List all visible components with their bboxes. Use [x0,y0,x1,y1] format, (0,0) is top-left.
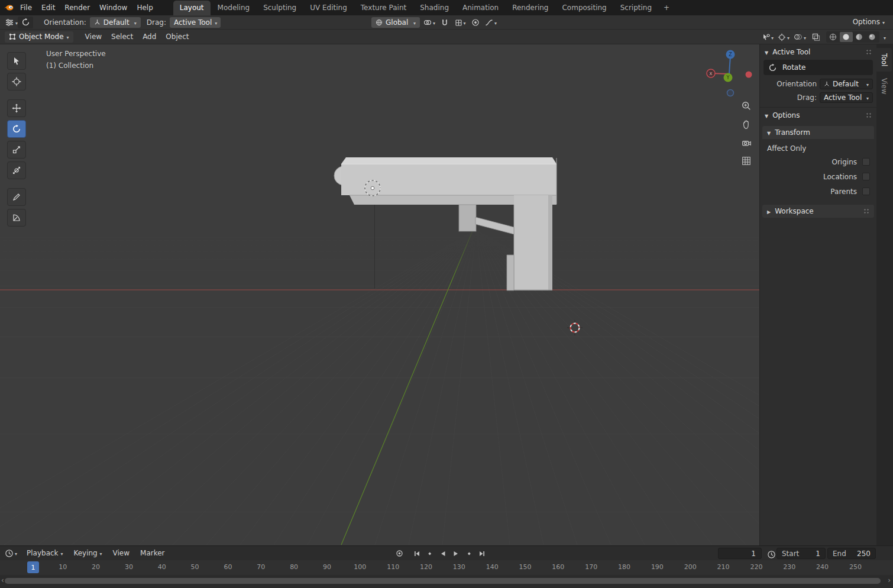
tool-measure[interactable] [7,209,26,227]
transform-orientation-value: Global [386,18,408,27]
timeline-menu-marker[interactable]: Marker [135,547,169,559]
xray-toggle[interactable] [810,31,822,43]
use-preview-range-icon[interactable] [765,548,777,560]
viewport-menu-object[interactable]: Object [161,31,193,43]
scroll-left-icon[interactable] [1,576,4,584]
tab-scripting[interactable]: Scripting [614,1,658,15]
timeline-menu-view[interactable]: View [108,547,134,559]
navigation-gizmo[interactable]: Z X Y [704,49,755,99]
toggle-ortho-button[interactable] [740,154,753,167]
transform-subpanel-header[interactable]: Transform [762,126,874,139]
proportional-editing-icon[interactable] [470,17,481,28]
gizmos-dropdown[interactable] [778,31,790,43]
sidebar-tab-view[interactable]: View [876,73,892,99]
next-keyframe-button[interactable] [463,548,474,559]
camera-view-button[interactable] [740,136,753,149]
orientation-dropdown[interactable]: Default [90,17,141,28]
jump-to-end-button[interactable] [476,548,487,559]
snap-with-dropdown[interactable] [454,17,466,28]
pan-button[interactable] [740,118,753,131]
transform-orientation-dropdown[interactable]: Global [371,17,420,28]
tool-scale[interactable] [7,141,26,159]
pivot-point-dropdown[interactable] [423,17,435,28]
tab-shading[interactable]: Shading [413,1,455,15]
tool-annotate[interactable] [7,188,26,206]
shading-chevron-icon[interactable] [884,34,886,41]
tab-rendering[interactable]: Rendering [506,1,555,15]
gizmo-x-neg-ball[interactable] [746,72,752,78]
parents-checkbox[interactable] [862,188,870,195]
viewport-header: Object Mode View Select Add Object [0,30,893,44]
menu-render[interactable]: Render [60,2,95,14]
tool-select-box[interactable] [7,52,26,70]
viewport-menu-add[interactable]: Add [138,31,161,43]
prev-keyframe-button[interactable] [424,548,435,559]
menu-edit[interactable]: Edit [37,2,60,14]
jump-to-start-button[interactable] [411,548,422,559]
current-frame-marker[interactable]: 1 [27,561,39,573]
horizontal-scrollbar[interactable] [5,578,881,584]
tool-settings-icon[interactable] [5,17,18,28]
sidebar-drag-dropdown[interactable]: Active Tool [820,92,873,103]
zoom-button[interactable] [740,99,753,112]
active-tool-display[interactable]: Rotate [763,60,873,75]
tab-texture-paint[interactable]: Texture Paint [354,1,413,15]
tool-cursor[interactable] [7,73,26,91]
current-frame-field[interactable]: 1 [718,548,762,559]
drag-dropdown[interactable]: Active Tool [170,17,221,28]
menu-window[interactable]: Window [95,2,132,14]
menu-help[interactable]: Help [132,2,157,14]
scroll-right-icon[interactable] [888,576,891,584]
falloff-dropdown[interactable] [485,17,497,28]
play-reverse-button[interactable] [437,548,448,559]
blender-logo-icon[interactable] [4,2,15,14]
sidebar-tab-tool[interactable]: Tool [876,48,892,72]
tab-layout[interactable]: Layout [173,1,211,15]
snap-toggle-magnet-icon[interactable] [439,17,451,28]
locations-checkbox[interactable] [862,173,870,180]
drag-label: Drag: [147,18,166,27]
ruler-tick: 10 [59,563,67,571]
menu-file[interactable]: File [15,2,37,14]
options-panel-header[interactable]: Options [760,107,876,122]
origins-checkbox[interactable] [862,158,870,166]
timeline-ruler[interactable]: 1020304050607080901001101201301401501601… [0,560,893,575]
sidebar-orientation-dropdown[interactable]: Default [820,79,873,89]
tool-move[interactable] [7,99,26,117]
gizmo-z-neg-ball[interactable] [727,90,734,96]
panel-grip-icon[interactable] [866,112,872,119]
active-tool-panel-header[interactable]: Active Tool [760,44,876,59]
panel-grip-icon[interactable] [866,49,872,56]
shading-rendered-button[interactable] [866,32,879,42]
active-tool-rotate-icon[interactable] [18,17,33,28]
timeline-menu-playback[interactable]: Playback [22,547,67,559]
play-button[interactable] [450,548,461,559]
auto-keying-button[interactable] [394,548,405,559]
tool-settings-header: Orientation: Default Drag: Active Tool G… [0,15,893,30]
add-workspace-button[interactable]: + [659,1,674,15]
timeline-menu-keying[interactable]: Keying [69,547,106,559]
shading-wireframe-button[interactable] [827,32,840,42]
options-popover[interactable]: Options [853,18,885,26]
viewport-menu-select[interactable]: Select [106,31,138,43]
cursor-3d[interactable] [567,320,583,335]
tab-modeling[interactable]: Modeling [211,1,257,15]
editor-type-dropdown[interactable] [5,547,17,559]
end-frame-field[interactable]: End 250 [827,548,876,559]
tool-rotate[interactable] [7,120,26,138]
tab-compositing[interactable]: Compositing [555,1,613,15]
expand-triangle-icon [765,111,768,119]
tab-uv-editing[interactable]: UV Editing [303,1,354,15]
shading-solid-button[interactable] [840,32,853,42]
object-visibility-dropdown[interactable] [761,31,774,43]
viewport-menu-view[interactable]: View [80,31,106,43]
mode-dropdown[interactable]: Object Mode [5,31,73,43]
tab-sculpting[interactable]: Sculpting [257,1,303,15]
panel-grip-icon[interactable] [863,208,869,215]
tab-animation[interactable]: Animation [456,1,505,15]
start-frame-field[interactable]: Start 1 [776,548,826,559]
overlays-dropdown[interactable] [794,31,806,43]
workspace-panel-header[interactable]: Workspace [762,205,874,218]
shading-material-button[interactable] [853,32,866,42]
tool-transform[interactable] [7,161,26,179]
